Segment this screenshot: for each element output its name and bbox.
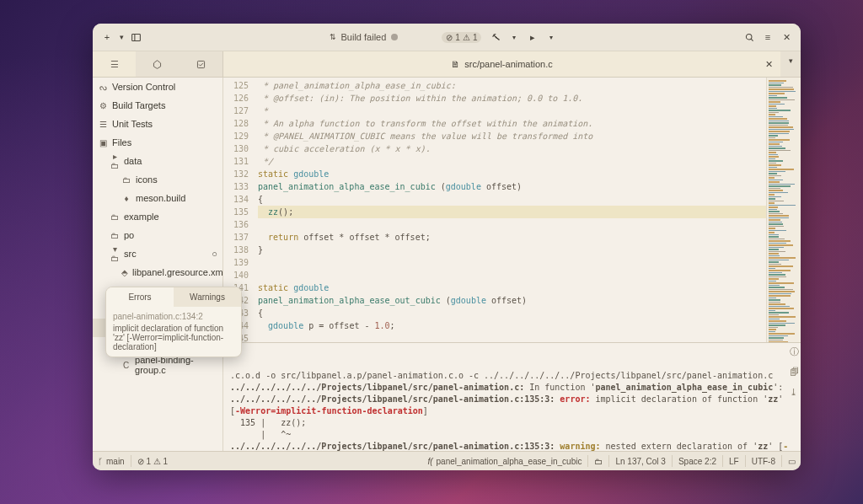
svg-rect-4	[197, 61, 204, 67]
svg-point-2	[746, 34, 752, 40]
status-errors[interactable]: ⊘ 1 ⚠ 1	[137, 457, 168, 466]
new-button[interactable]: +	[98, 28, 116, 46]
terminal-copy-icon[interactable]: 🗐	[790, 367, 799, 378]
status-panel-icon[interactable]: ▭	[788, 457, 796, 466]
svg-line-3	[751, 39, 753, 40]
popup-tab-errors[interactable]: Errors	[106, 287, 174, 307]
code-editor[interactable]: 125 126 127 128 129 130 131 132 133 134 …	[223, 78, 801, 342]
file-gresource[interactable]: ⬘libpanel.gresource.xml	[93, 263, 222, 281]
popup-tab-warnings[interactable]: Warnings	[174, 287, 241, 307]
file-panel-binding[interactable]: Cpanel-binding-group.c	[93, 356, 222, 374]
branch-icon: ᚴ	[98, 457, 103, 466]
popup-message: implicit declaration of function 'zz' [-…	[113, 324, 234, 351]
terminal-save-icon[interactable]: ⤓	[790, 387, 799, 399]
svg-rect-0	[131, 34, 140, 40]
status-encoding[interactable]: UTF-8	[752, 457, 775, 466]
panels-button[interactable]	[126, 28, 145, 46]
run-button[interactable]: ▸	[523, 28, 542, 46]
terminal-info-icon[interactable]: ⓘ	[790, 346, 799, 358]
file-tab[interactable]: 🗎 src/panel-animation.c ✕	[223, 51, 780, 77]
dropdown-icon[interactable]: ▾	[510, 28, 518, 46]
status-eol[interactable]: LF	[729, 457, 739, 466]
file-tab-label: src/panel-animation.c	[464, 59, 553, 69]
folder-src[interactable]: ▾🗀src○	[93, 244, 222, 263]
sidebar-version-control[interactable]: ᔓVersion Control	[93, 78, 222, 96]
build-status: Build failed	[341, 32, 387, 42]
tab-close-icon[interactable]: ✕	[762, 57, 775, 71]
terminal-panel[interactable]: ⓘ 🗐 ⤓ .c.o.d -o src/libpanel.a.p/panel-a…	[223, 342, 801, 451]
file-icon: 🗎	[451, 59, 460, 69]
status-indent[interactable]: Space 2:2	[678, 457, 716, 466]
titlebar: + ▾ ⇅ Build failed ⊘1 ⚠1 🔨︎ ▾ ▸ ▾ ≡ ✕	[93, 24, 801, 51]
chevron-icon: ⇅	[330, 33, 336, 41]
branch-name[interactable]: main	[106, 457, 125, 466]
folder-icons[interactable]: 🗀icons	[93, 170, 222, 189]
popup-body[interactable]: panel-animation.c:134:2 implicit declara…	[106, 307, 241, 357]
menu-button[interactable]: ≡	[758, 28, 777, 46]
statusbar: ᚴmain ⊘ 1 ⚠ 1 f(panel_animation_alpha_ea…	[93, 451, 801, 470]
sidebar-tab-list[interactable]: ☰	[93, 51, 136, 77]
folder-sync-icon[interactable]: ○	[212, 249, 217, 259]
folder-data[interactable]: ▸🗀data	[93, 152, 222, 170]
minimap[interactable]	[766, 78, 801, 342]
status-line-col[interactable]: Ln 137, Col 3	[615, 457, 666, 466]
status-function[interactable]: panel_animation_alpha_ease_in_cubic	[437, 457, 582, 466]
tab-dropdown[interactable]: ▾	[780, 51, 801, 70]
sidebar-files[interactable]: ▣Files	[93, 133, 222, 152]
run-dropdown[interactable]: ▾	[547, 28, 555, 46]
goto-icon[interactable]: 🗀	[594, 457, 603, 466]
sidebar: ᔓVersion Control ⚙Build Targets ☰Unit Te…	[93, 78, 223, 451]
code-text[interactable]: * panel_animation_alpha_ease_in_cubic: *…	[253, 78, 766, 342]
ide-window: + ▾ ⇅ Build failed ⊘1 ⚠1 🔨︎ ▾ ▸ ▾ ≡ ✕ ☰ …	[93, 24, 801, 470]
tabbar: ☰ 🗎 src/panel-animation.c ✕ ▾	[93, 51, 801, 78]
popup-location: panel-animation.c:134:2	[113, 312, 234, 321]
editor-pane: 125 126 127 128 129 130 131 132 133 134 …	[223, 78, 801, 451]
sidebar-build-targets[interactable]: ⚙Build Targets	[93, 96, 222, 115]
sidebar-tab-todo[interactable]	[180, 51, 222, 77]
close-button[interactable]: ✕	[777, 28, 796, 46]
file-meson1[interactable]: ♦meson.build	[93, 189, 222, 207]
build-failed-icon	[391, 34, 398, 40]
folder-po[interactable]: 🗀po	[93, 226, 222, 244]
diagnostics-popup: Errors Warnings panel-animation.c:134:2 …	[105, 287, 242, 357]
folder-example[interactable]: 🗀example	[93, 207, 222, 226]
search-button[interactable]	[740, 28, 758, 46]
sidebar-tab-debug[interactable]	[136, 51, 179, 77]
sidebar-unit-tests[interactable]: ☰Unit Tests	[93, 115, 222, 133]
new-dropdown[interactable]: ▾	[116, 28, 126, 46]
build-button[interactable]: 🔨︎	[486, 28, 505, 46]
error-badge[interactable]: ⊘1 ⚠1	[442, 32, 481, 43]
